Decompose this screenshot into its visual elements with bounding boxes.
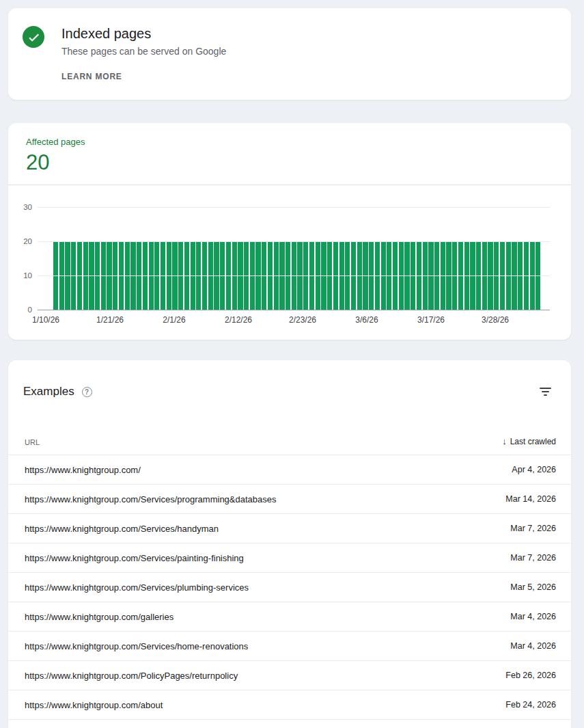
last-crawled-cell: Feb 26, 2026	[505, 671, 556, 680]
url-cell: https://www.knightgroup.com/Services/hom…	[25, 641, 248, 651]
y-axis-tick-label: 0	[12, 306, 32, 314]
status-subtitle: These pages can be served on Google	[61, 46, 226, 57]
affected-pages-count: 20	[26, 151, 571, 174]
page-title: Indexed pages	[61, 25, 226, 42]
status-card: Indexed pages These pages can be served …	[8, 8, 571, 100]
filter-bar	[544, 394, 547, 396]
affected-pages-chart: 3020100 1/10/261/21/262/1/262/12/262/23/…	[38, 207, 550, 327]
metric-chart-divider	[8, 185, 571, 185]
last-crawled-cell: Feb 24, 2026	[505, 700, 556, 710]
examples-header: Examples ?	[8, 360, 571, 399]
gridline-y-20	[38, 241, 550, 242]
y-axis-tick-label: 20	[12, 237, 32, 245]
last-crawled-cell: Mar 4, 2026	[510, 641, 556, 651]
url-cell: https://www.knightgroup.com/about	[25, 700, 163, 710]
examples-title: Examples	[23, 385, 74, 399]
x-axis-tick-label: 3/6/26	[355, 315, 378, 325]
affected-pages-metric[interactable]: Affected pages 20	[8, 137, 571, 174]
last-crawled-cell: Mar 4, 2026	[510, 612, 556, 621]
table-row[interactable]: https://www.knightgroup.com/ Apr 4, 2026	[8, 455, 571, 485]
url-cell: https://www.knightgroup.com/	[25, 465, 141, 475]
table-row[interactable]: https://www.knightgroup.com/Services/plu…	[8, 573, 571, 602]
url-cell: https://www.knightgroup.com/Services/plu…	[25, 582, 249, 593]
x-axis-tick-label: 1/21/26	[96, 315, 124, 325]
filter-list-icon[interactable]	[537, 385, 554, 399]
table-row[interactable]: https://www.knightgroup.com/Services/pro…	[8, 485, 571, 514]
last-crawled-cell: Mar 7, 2026	[510, 524, 556, 533]
examples-card: Examples ? URL ↓ Last crawled https://ww…	[8, 360, 571, 728]
chart-plot-area: 3020100	[38, 207, 550, 310]
learn-more-link[interactable]: LEARN MORE	[61, 72, 122, 81]
gridline-y-30	[38, 207, 550, 208]
status-text: Indexed pages These pages can be served …	[61, 25, 226, 82]
url-cell: https://www.knightgroup.com/Services/pro…	[25, 494, 277, 504]
sort-descending-icon: ↓	[502, 436, 507, 446]
table-row[interactable]: https://www.knightgroup.com/Services/pai…	[8, 543, 571, 573]
url-cell: https://www.knightgroup.com/Services/han…	[25, 524, 219, 534]
url-cell: https://www.knightgroup.com/galleries	[25, 612, 173, 622]
url-cell: https://www.knightgroup.com/PolicyPages/…	[25, 671, 238, 681]
help-icon[interactable]: ?	[82, 387, 92, 397]
table-row[interactable]: https://www.knightgroup.com/about Feb 24…	[8, 690, 571, 720]
table-row[interactable]: https://www.knightgroup.com/Services/han…	[8, 514, 571, 543]
check-circle-icon	[23, 26, 44, 48]
x-axis-tick-label: 2/1/26	[163, 315, 185, 325]
last-crawled-cell: Mar 7, 2026	[510, 553, 556, 563]
last-crawled-cell: Mar 14, 2026	[505, 494, 556, 504]
x-axis-tick-label: 3/28/26	[482, 315, 509, 325]
y-axis-tick-label: 30	[12, 203, 32, 211]
filter-bar	[540, 388, 551, 389]
chart-x-axis: 1/10/261/21/262/1/262/12/262/23/263/6/26…	[38, 310, 550, 327]
table-row[interactable]: https://www.knightgroup.com/Services/hom…	[8, 632, 571, 661]
table-body: https://www.knightgroup.com/ Apr 4, 2026…	[8, 455, 571, 720]
column-header-last-crawled-label: Last crawled	[510, 437, 556, 446]
indexed-pages-report: Indexed pages These pages can be served …	[0, 8, 584, 728]
x-axis-tick-label: 2/12/26	[225, 315, 252, 325]
x-axis-tick-label: 2/23/26	[289, 315, 316, 325]
x-axis-tick-label: 3/17/26	[417, 315, 445, 325]
affected-pages-label: Affected pages	[26, 137, 571, 147]
gridline-y-10	[38, 275, 550, 276]
url-cell: https://www.knightgroup.com/Services/pai…	[25, 553, 244, 563]
last-crawled-cell: Mar 5, 2026	[510, 582, 556, 592]
column-header-url[interactable]: URL	[25, 438, 40, 446]
x-axis-tick-label: 1/10/26	[32, 315, 59, 325]
column-header-last-crawled[interactable]: ↓ Last crawled	[502, 436, 556, 446]
y-axis-tick-label: 10	[12, 271, 32, 280]
last-crawled-cell: Apr 4, 2026	[512, 465, 556, 474]
filter-bar	[542, 391, 549, 392]
table-header-row: URL ↓ Last crawled	[8, 415, 571, 455]
chart-card: Affected pages 20 3020100 1/10/261/21/26…	[8, 123, 571, 340]
table-row[interactable]: https://www.knightgroup.com/PolicyPages/…	[8, 661, 571, 690]
table-row[interactable]: https://www.knightgroup.com/galleries Ma…	[8, 602, 571, 632]
